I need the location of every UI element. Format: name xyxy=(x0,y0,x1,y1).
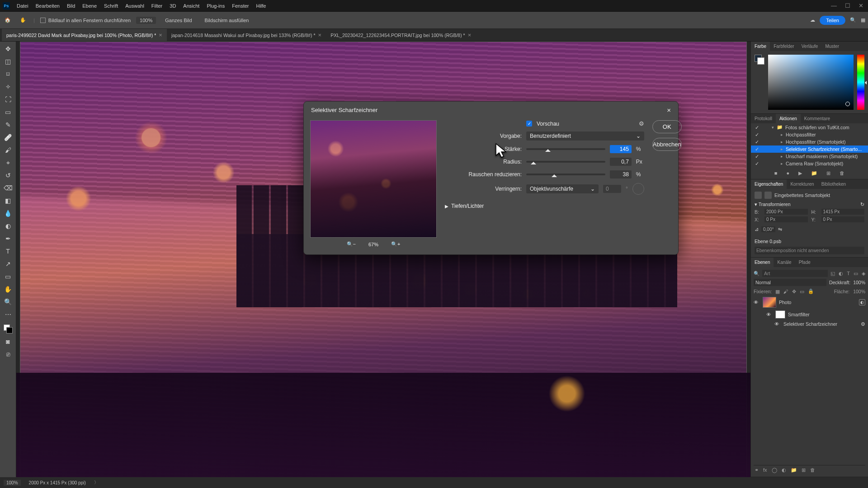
cloud-icon[interactable]: ☁ xyxy=(810,17,815,23)
quickmask-icon[interactable]: ◙ xyxy=(3,337,14,346)
more-tools-icon[interactable]: ⋯ xyxy=(3,310,14,319)
mask-thumbnail[interactable] xyxy=(775,310,785,319)
play-icon[interactable]: ▶ xyxy=(798,170,802,176)
move-tool-icon[interactable]: ✥ xyxy=(3,44,14,53)
tab-close-icon[interactable]: × xyxy=(318,32,322,38)
type-tool-icon[interactable]: T xyxy=(3,247,14,256)
fill-value[interactable]: 100% xyxy=(853,289,865,294)
path-tool-icon[interactable]: ↗ xyxy=(3,259,14,268)
tab-ebenen[interactable]: Ebenen xyxy=(751,258,774,267)
zoom-tool-icon[interactable]: 🔍 xyxy=(3,297,14,306)
tab-korrekturen[interactable]: Korrekturen xyxy=(787,179,817,189)
ok-button[interactable]: OK xyxy=(652,120,682,133)
trash-icon[interactable]: 🗑 xyxy=(810,467,815,473)
tab-muster[interactable]: Muster xyxy=(821,42,843,51)
filter-shape-icon[interactable]: ▭ xyxy=(854,271,858,277)
menu-view[interactable]: Ansicht xyxy=(180,2,203,10)
maximize-icon[interactable]: ☐ xyxy=(845,2,850,9)
gradient-tool-icon[interactable]: ◧ xyxy=(3,196,14,205)
zoom-in-icon[interactable]: 🔍+ xyxy=(391,241,400,247)
menu-file[interactable]: Datei xyxy=(14,2,32,10)
dodge-tool-icon[interactable]: ◐ xyxy=(3,221,14,230)
adjust-icon[interactable]: ◐ xyxy=(782,467,786,473)
action-set[interactable]: ✓▾📁Fotos schärfen von TutKit.com xyxy=(751,123,868,131)
filter-pixel-icon[interactable]: ◱ xyxy=(830,271,835,277)
lock-trans-icon[interactable]: ▦ xyxy=(775,289,780,294)
noise-input[interactable]: 38 xyxy=(610,170,632,178)
crop-tool-icon[interactable]: ⛶ xyxy=(3,95,14,104)
tab-paris[interactable]: paris-2499022 David Mark auf Pixabay.jpg… xyxy=(2,29,167,41)
canvas[interactable]: Selektiver Scharfzeichner × 🔍− 67% 🔍+ ✓ xyxy=(16,42,750,477)
radius-slider[interactable] xyxy=(526,161,605,163)
search-icon[interactable]: 🔍 xyxy=(850,17,856,23)
new-layer-icon[interactable]: ⊞ xyxy=(802,467,806,473)
stamp-tool-icon[interactable]: ⌖ xyxy=(3,158,14,167)
screenmode-icon[interactable]: ⎚ xyxy=(3,350,14,359)
menu-edit[interactable]: Bearbeiten xyxy=(33,2,63,10)
opacity-value[interactable]: 100% xyxy=(853,280,865,285)
record-icon[interactable]: ● xyxy=(787,170,790,176)
amount-input[interactable]: 145 xyxy=(610,145,632,153)
remove-dropdown[interactable]: Objektivunschärfe⌄ xyxy=(526,184,599,193)
preview-checkbox[interactable]: ✓ xyxy=(526,121,532,127)
lock-pos-icon[interactable]: ✥ xyxy=(792,289,796,294)
flip-h-icon[interactable]: ⇋ xyxy=(778,226,782,232)
action-item[interactable]: ✓▸Hochpassfilter xyxy=(751,131,868,138)
tab-kanale[interactable]: Kanäle xyxy=(774,258,795,267)
shape-tool-icon[interactable]: ▭ xyxy=(3,272,14,281)
shadows-highlights-toggle[interactable]: ▶Tiefen/Lichter xyxy=(445,203,644,209)
y-value[interactable]: 0 Px xyxy=(821,216,865,222)
menu-help[interactable]: Hilfe xyxy=(253,2,269,10)
share-button[interactable]: Teilen xyxy=(820,16,845,25)
brush-tool-icon[interactable]: 🖌 xyxy=(3,145,14,155)
visibility-icon[interactable]: 👁 xyxy=(774,321,781,327)
new-set-icon[interactable]: 📁 xyxy=(811,170,817,176)
x-value[interactable]: 0 Px xyxy=(764,216,808,222)
action-item-selected[interactable]: ✓▸Selektiver Scharfzeichner (Smarto... xyxy=(751,145,868,153)
menu-3d[interactable]: 3D xyxy=(166,2,179,10)
width-value[interactable]: 2000 Px xyxy=(764,209,808,215)
tab-close-icon[interactable]: × xyxy=(159,32,162,38)
cancel-button[interactable]: Abbrechen xyxy=(652,138,682,151)
tab-japan[interactable]: japan-2014618 Masashi Wakui auf Pixabay.… xyxy=(167,29,326,41)
visibility-icon[interactable]: 👁 xyxy=(766,312,773,317)
dialog-close-icon[interactable]: × xyxy=(667,106,671,114)
tab-eigenschaften[interactable]: Eigenschaften xyxy=(751,179,787,189)
fit-screen-button[interactable]: Bildschirm ausfüllen xyxy=(201,16,253,24)
eyedropper-tool-icon[interactable]: ✎ xyxy=(3,120,14,129)
menu-layer[interactable]: Ebene xyxy=(79,2,100,10)
zoom-out-icon[interactable]: 🔍− xyxy=(347,241,356,247)
stop-icon[interactable]: ■ xyxy=(774,170,778,176)
filter-type-icon[interactable]: T xyxy=(847,271,850,277)
zoom-100-button[interactable]: 100% xyxy=(136,17,156,24)
noise-slider[interactable] xyxy=(526,174,605,175)
dialog-titlebar[interactable]: Selektiver Scharfzeichner × xyxy=(304,102,678,118)
pen-tool-icon[interactable]: ✒ xyxy=(3,234,14,243)
layer-filter-dropdown[interactable]: Art xyxy=(762,270,828,277)
remove-angle-input[interactable]: 0 xyxy=(603,185,621,193)
tab-kommentare[interactable]: Kommentare xyxy=(801,114,834,123)
reset-icon[interactable]: ↻ xyxy=(860,202,864,207)
gear-icon[interactable]: ⚙ xyxy=(639,120,644,127)
angle-dial[interactable] xyxy=(632,183,644,195)
angle-value[interactable]: 0,00° xyxy=(761,226,775,232)
amount-slider[interactable] xyxy=(526,148,605,150)
tab-aktionen[interactable]: Aktionen xyxy=(776,114,801,123)
hand-tool-icon[interactable]: ✋ xyxy=(3,285,14,294)
fit-all-button[interactable]: Ganzes Bild xyxy=(161,16,195,24)
radius-input[interactable]: 0,7 xyxy=(610,158,632,166)
transform-section[interactable]: ▾ Transformieren ↻ xyxy=(755,202,864,207)
height-value[interactable]: 1415 Px xyxy=(821,209,865,215)
tab-farbfelder[interactable]: Farbfelder xyxy=(770,42,798,51)
color-swatch[interactable] xyxy=(4,324,13,333)
tab-verlaufe[interactable]: Verläufe xyxy=(798,42,822,51)
status-zoom[interactable]: 100% xyxy=(4,480,21,486)
frame-tool-icon[interactable]: ▭ xyxy=(3,108,14,117)
menu-filter[interactable]: Filter xyxy=(148,2,165,10)
menu-type[interactable]: Schrift xyxy=(101,2,121,10)
blend-mode-dropdown[interactable]: Normal xyxy=(754,279,826,286)
tab-farbe[interactable]: Farbe xyxy=(751,42,770,51)
hand-tool-icon[interactable]: ✋ xyxy=(18,15,28,25)
color-picker[interactable] xyxy=(751,51,868,113)
history-brush-icon[interactable]: ↺ xyxy=(3,171,14,180)
